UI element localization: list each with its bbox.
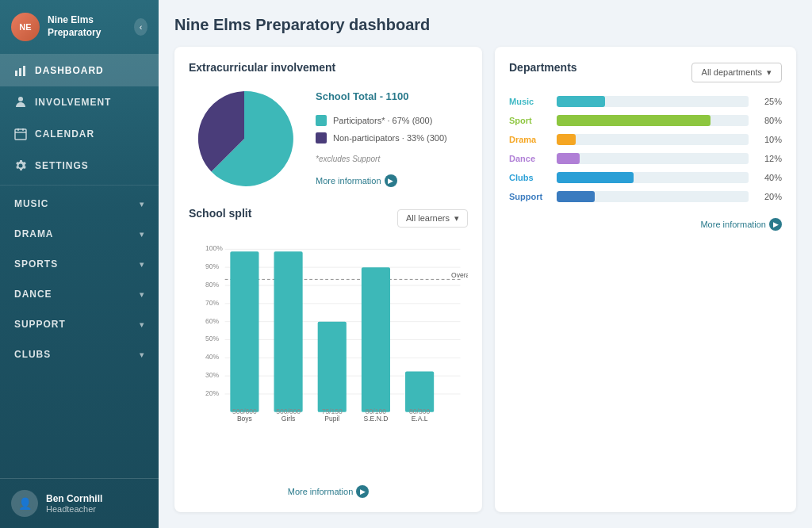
dept-bar-track [557,115,749,126]
user-avatar: 👤 [11,490,38,517]
svg-text:Pupil: Pupil [324,415,339,423]
sidebar-item-dance[interactable]: DANCE ▾ [0,279,159,309]
dept-label: Support [509,192,549,201]
extracurricular-top: School Total - 1100 Participators* · 67%… [189,83,468,194]
school-header: NE Nine Elms Preparatory ‹ [0,0,159,55]
svg-rect-1 [19,68,21,76]
svg-text:E.A.L: E.A.L [412,415,428,423]
dept-label: Dance [509,154,549,163]
sidebar-item-dashboard[interactable]: DASHBOARD [0,55,159,86]
sidebar-label-dance: DANCE [14,289,52,300]
svg-rect-31 [274,251,303,412]
learners-filter[interactable]: All learners ▾ [397,209,468,228]
school-split-more-info[interactable]: More information ▶ [189,485,468,498]
sidebar-label-support: SUPPORT [14,319,66,330]
cards-row: Extracurricular involvement School Total… [174,47,796,512]
dept-bar-fill [557,115,710,126]
dept-row-clubs: Clubs 40% [509,172,782,183]
sidebar-item-support[interactable]: SUPPORT ▾ [0,309,159,339]
sidebar: NE Nine Elms Preparatory ‹ DASHBOARD INV… [0,0,159,528]
sidebar-item-settings[interactable]: SETTINGS [0,150,159,182]
dept-bar-track [557,153,749,164]
sidebar-item-music[interactable]: MUSIC ▾ [0,189,159,219]
departments-more-info-button[interactable]: ▶ [769,218,782,231]
extracurricular-title: Extracurricular involvement [189,61,468,74]
svg-text:Girls: Girls [282,415,296,423]
school-total: School Total - 1100 [316,90,447,102]
chevron-down-icon: ▾ [140,320,144,329]
dept-label: Clubs [509,173,549,182]
excludes-note: *excludes Support [316,155,447,163]
sidebar-item-involvement[interactable]: INVOLVEMENT [0,86,159,118]
svg-text:40%: 40% [205,353,220,361]
chevron-down-icon: ▾ [140,200,144,209]
dept-bar-fill [557,191,595,202]
svg-rect-37 [362,267,390,412]
extracurr-more-info-link[interactable]: More information ▶ [316,174,447,187]
sidebar-label-music: MUSIC [14,198,48,209]
pie-chart [189,83,300,194]
svg-rect-0 [15,71,17,76]
departments-filter[interactable]: All departments ▾ [691,63,782,82]
sidebar-item-drama[interactable]: DRAMA ▾ [0,219,159,249]
dept-bar-fill [557,134,576,145]
dept-row-drama: Drama 10% [509,134,782,145]
svg-text:Overall: Overall [451,271,468,279]
dept-bar-track [557,191,749,202]
school-split-more-info-button[interactable]: ▶ [356,485,369,498]
dept-bar-fill [557,96,605,107]
svg-text:70%: 70% [205,299,220,307]
sidebar-label-calendar: CALENDAR [35,128,94,140]
dept-bar-track [557,134,749,145]
non-participants-dot [316,132,327,143]
svg-text:60%: 60% [205,317,220,325]
svg-text:20%: 20% [205,389,220,397]
collapse-sidebar-button[interactable]: ‹ [134,18,147,36]
nav-divider [0,185,159,186]
svg-text:75/150: 75/150 [322,407,343,415]
dept-pct: 25% [756,97,782,106]
dept-bar-fill [557,172,634,183]
legend-non-participants: Non-participators · 33% (300) [316,132,447,143]
dept-bar-track [557,96,749,107]
sidebar-item-clubs[interactable]: CLUBS ▾ [0,339,159,369]
chevron-down-icon: ▾ [140,260,144,269]
departments-list: Music 25% Sport 80% Drama 10% Dance 12% [509,96,782,210]
dept-bar-fill [557,153,580,164]
dept-pct: 40% [756,173,782,182]
school-split-chart: 100% 90% 80% 70% 60% 50% 40% 30% 20% [189,237,468,480]
sidebar-label-dashboard: DASHBOARD [35,65,104,76]
school-avatar: NE [11,13,40,41]
svg-text:80/100: 80/100 [366,407,386,415]
svg-text:500/600: 500/600 [276,407,301,415]
sidebar-item-sports[interactable]: SPORTS ▾ [0,249,159,279]
dept-row-sport: Sport 80% [509,115,782,126]
sidebar-label-settings: SETTINGS [35,160,89,171]
svg-text:100%: 100% [205,244,223,252]
svg-rect-34 [318,322,347,412]
chart-icon [14,64,27,77]
svg-text:30%: 30% [205,371,220,379]
more-info-button[interactable]: ▶ [385,174,397,187]
sidebar-label-sports: SPORTS [14,258,58,270]
departments-more-info[interactable]: More information ▶ [509,218,782,231]
dept-label: Music [509,97,549,106]
dept-pct: 80% [756,116,782,125]
gear-icon [14,159,27,172]
school-name: Nine Elms Preparatory [48,14,126,39]
chevron-down-icon: ▾ [140,230,144,239]
user-footer: 👤 Ben Cornhill Headteacher [0,478,159,528]
participants-label: Participators* · 67% (800) [333,116,432,125]
dept-row-music: Music 25% [509,96,782,107]
dept-pct: 12% [756,154,782,163]
dept-label: Sport [509,116,549,125]
svg-rect-2 [23,66,25,76]
dept-pct: 10% [756,135,782,144]
svg-text:S.E.N.D: S.E.N.D [363,415,388,423]
svg-text:Boys: Boys [237,415,252,423]
svg-text:80%: 80% [205,281,220,289]
svg-rect-28 [230,251,259,412]
chevron-down-icon: ▾ [140,290,144,299]
sidebar-item-calendar[interactable]: CALENDAR [0,118,159,150]
departments-header: Departments All departments ▾ [509,61,782,83]
